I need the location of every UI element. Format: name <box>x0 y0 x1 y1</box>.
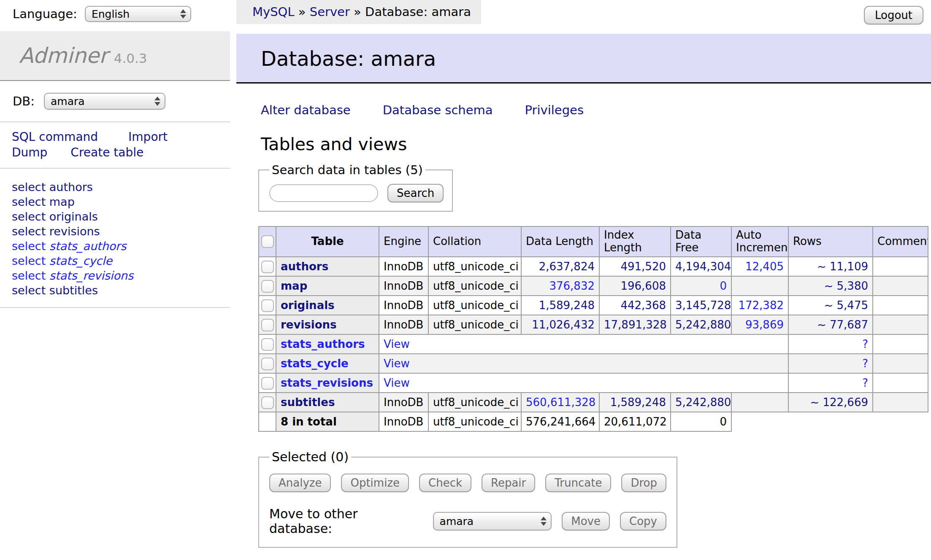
move-button[interactable]: Move <box>562 512 610 530</box>
row-checkbox-cell <box>259 393 276 412</box>
sidebar-table-link-row: select authors <box>12 180 230 194</box>
data-free-link[interactable]: 0 <box>720 280 727 292</box>
cell-rows: ~ 122,669 <box>788 393 873 412</box>
sidebar-item-create-table[interactable]: Create table <box>70 145 143 159</box>
view-link[interactable]: View <box>384 377 410 389</box>
auto-increment-link[interactable]: 12,405 <box>745 260 784 273</box>
main-content: MySQL » Server » Database: amara Databas… <box>236 0 931 560</box>
row-checkbox[interactable] <box>261 377 274 390</box>
row-checkbox[interactable] <box>261 299 274 312</box>
language-label: Language: <box>13 7 77 21</box>
breadcrumb-link-mysql[interactable]: MySQL <box>252 5 295 19</box>
row-checkbox[interactable] <box>261 261 274 273</box>
app-logo[interactable]: Adminer <box>19 43 108 68</box>
row-checkbox[interactable] <box>261 396 274 409</box>
analyze-button[interactable]: Analyze <box>269 474 331 492</box>
auto-increment-link[interactable]: 93,869 <box>745 318 784 331</box>
sidebar-item-select-stats-revisions[interactable]: select stats_revisions <box>12 269 133 282</box>
table-name-link[interactable]: stats_revisions <box>281 377 373 389</box>
cell-collation: utf8_unicode_ci <box>428 412 521 431</box>
row-checkbox-cell <box>259 257 276 276</box>
table-name-link[interactable]: revisions <box>281 318 337 331</box>
row-checkbox[interactable] <box>261 319 274 331</box>
cell-table-name: stats_authors <box>276 334 379 354</box>
rows-link[interactable]: ~ 5,380 <box>824 280 868 292</box>
row-checkbox[interactable] <box>261 338 274 351</box>
check-button[interactable]: Check <box>419 474 471 492</box>
row-checkbox-cell <box>259 334 276 354</box>
sidebar-item-sql-command[interactable]: SQL command <box>12 130 98 144</box>
data-length-link[interactable]: 376,832 <box>549 280 595 292</box>
table-name-link[interactable]: subtitles <box>281 396 335 409</box>
data-length-link[interactable]: 1,589,248 <box>539 299 595 312</box>
table-name-link[interactable]: originals <box>281 299 335 312</box>
sidebar-item-select-subtitles[interactable]: select subtitles <box>12 284 98 297</box>
breadcrumb-separator: » <box>295 5 310 19</box>
rows-link[interactable]: ~ 5,475 <box>824 299 868 312</box>
drop-button[interactable]: Drop <box>621 474 666 492</box>
table-name-link[interactable]: map <box>281 280 307 292</box>
data-free-link[interactable]: 3,145,728 <box>675 299 731 312</box>
rows-link[interactable]: ~ 11,109 <box>817 260 868 273</box>
page-link-alter-database[interactable]: Alter database <box>261 103 351 117</box>
sidebar-item-select-revisions[interactable]: select revisions <box>12 225 100 238</box>
cell-comment <box>873 393 928 412</box>
row-checkbox[interactable] <box>261 358 274 370</box>
data-free-link[interactable]: 5,242,880 <box>675 396 731 409</box>
sidebar-item-select-authors[interactable]: select authors <box>12 180 93 194</box>
table-name-link[interactable]: authors <box>281 260 328 273</box>
db-select[interactable]: amara <box>44 93 165 110</box>
repair-button[interactable]: Repair <box>482 474 535 492</box>
move-db-select[interactable]: amara <box>433 512 552 530</box>
page-link-privileges[interactable]: Privileges <box>525 103 584 117</box>
sidebar-item-select-map[interactable]: select map <box>12 195 75 208</box>
rows-link[interactable]: ? <box>862 377 868 389</box>
search-button[interactable]: Search <box>387 184 444 202</box>
cell-data-length: 376,832 <box>521 276 599 296</box>
data-free-link[interactable]: 4,194,304 <box>675 260 731 273</box>
copy-button[interactable]: Copy <box>620 512 666 530</box>
sidebar-item-select-originals[interactable]: select originals <box>12 210 98 223</box>
page-link-database-schema[interactable]: Database schema <box>383 103 493 117</box>
cell-index-length: 442,368 <box>599 296 671 315</box>
sidebar-item-select-stats-authors[interactable]: select stats_authors <box>12 240 126 253</box>
index-length-link[interactable]: 1,589,248 <box>610 396 666 409</box>
cell-data-free: 0 <box>671 276 731 296</box>
language-select[interactable]: English <box>85 6 191 22</box>
data-length-link[interactable]: 11,026,432 <box>532 318 595 331</box>
row-checkbox[interactable] <box>261 280 274 293</box>
breadcrumb-link-server[interactable]: Server <box>310 5 350 19</box>
select-all-checkbox[interactable] <box>261 235 274 248</box>
auto-increment-link[interactable]: 172,382 <box>738 299 784 312</box>
cell-auto-increment: 12,405 <box>731 257 788 276</box>
table-name-text: stats_revisions <box>49 269 133 282</box>
rows-link[interactable]: ~ 77,687 <box>817 318 868 331</box>
logout-button[interactable]: Logout <box>864 6 923 24</box>
table-name-link[interactable]: stats_cycle <box>281 357 349 370</box>
view-link[interactable]: View <box>384 338 410 350</box>
cell-auto-increment: 172,382 <box>731 296 788 315</box>
sidebar-item-dump[interactable]: Dump <box>12 145 47 159</box>
table-name-link[interactable]: stats_authors <box>281 338 365 350</box>
data-length-link[interactable]: 560,611,328 <box>526 396 595 409</box>
cell-table-name: authors <box>276 257 379 276</box>
index-length-link[interactable]: 491,520 <box>620 260 666 273</box>
rows-link[interactable]: ~ 122,669 <box>810 396 868 409</box>
header-checkbox-cell <box>259 226 276 257</box>
search-input[interactable] <box>269 184 378 202</box>
optimize-button[interactable]: Optimize <box>341 474 409 492</box>
index-length-link[interactable]: 17,891,328 <box>604 318 667 331</box>
truncate-button[interactable]: Truncate <box>545 474 611 492</box>
index-length-link[interactable]: 196,608 <box>620 280 666 292</box>
column-header-comment: Comment <box>873 226 928 257</box>
index-length-link[interactable]: 442,368 <box>620 299 666 312</box>
sidebar-item-import[interactable]: Import <box>128 130 168 144</box>
rows-link[interactable]: ? <box>862 357 868 370</box>
rows-link[interactable]: ? <box>862 338 868 350</box>
cell-comment <box>873 296 928 315</box>
data-length-link[interactable]: 2,637,824 <box>539 260 595 273</box>
data-free-link[interactable]: 5,242,880 <box>675 318 731 331</box>
sidebar-item-select-stats-cycle[interactable]: select stats_cycle <box>12 254 112 267</box>
cell-data-free: 4,194,304 <box>671 257 731 276</box>
view-link[interactable]: View <box>384 357 410 370</box>
